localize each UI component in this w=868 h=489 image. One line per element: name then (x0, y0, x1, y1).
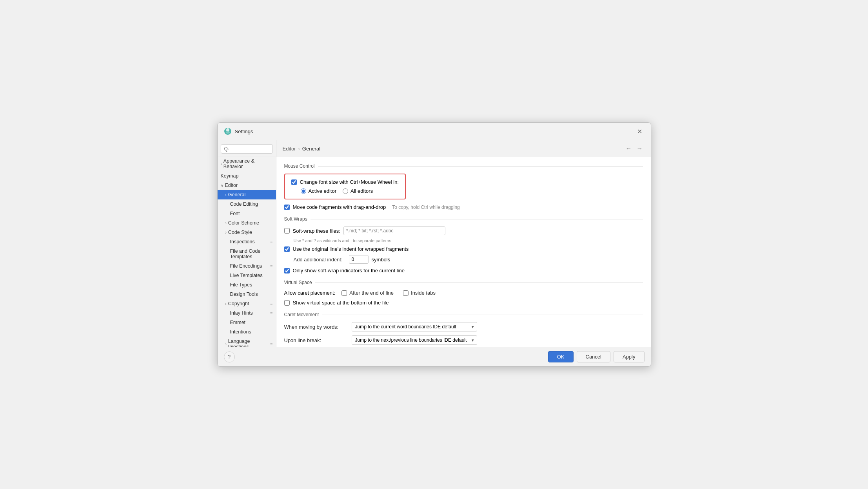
footer-buttons: OK Cancel Apply (548, 351, 645, 362)
chevron-icon: ∨ (221, 183, 223, 188)
sidebar-item-label: File and Code Templates (230, 248, 273, 259)
sidebar-item-label: File Encodings (230, 263, 262, 269)
sidebar-badge: ≡ (270, 311, 272, 315)
sidebar-item-inlay-hints[interactable]: Inlay Hints≡ (218, 308, 276, 318)
sidebar-item-appearance[interactable]: ›Appearance & Behavior (218, 156, 276, 171)
sidebar-item-label: Keymap (221, 173, 239, 179)
sidebar-item-keymap[interactable]: Keymap (218, 171, 276, 181)
sidebar-item-label: Copyright (228, 301, 249, 306)
add-indent-input[interactable]: 0 (349, 255, 369, 264)
chevron-icon: › (225, 230, 227, 235)
show-virtual-checkbox[interactable] (284, 300, 290, 306)
app-icon (224, 127, 232, 135)
sidebar-item-file-types[interactable]: File Types (218, 280, 276, 290)
moving-words-dropdown[interactable]: Jump to the current word boundaries IDE … (352, 322, 477, 331)
sidebar-item-label: Editor (225, 183, 238, 188)
sidebar-item-emmet[interactable]: Emmet (218, 318, 276, 327)
soft-wraps-title: Soft Wraps (284, 216, 643, 222)
sidebar-item-label: File Types (230, 282, 252, 288)
soft-wrap-files-row: Soft-wrap these files: (284, 226, 643, 235)
add-indent-label: Add additional indent: (284, 257, 343, 263)
sidebar-item-file-code-templates[interactable]: File and Code Templates (218, 246, 276, 261)
svg-point-2 (226, 131, 230, 134)
highlighted-box: Change font size with Ctrl+Mouse Wheel i… (284, 174, 406, 199)
line-break-dropdown-wrapper: Jump to the next/previous line boundarie… (352, 335, 477, 345)
sidebar-item-design-tools[interactable]: Design Tools (218, 290, 276, 299)
breadcrumb: Editor › General (283, 146, 321, 152)
active-editor-radio[interactable] (301, 188, 306, 194)
chevron-icon: › (225, 342, 227, 346)
original-indent-label: Use the original line's indent for wrapp… (293, 246, 409, 252)
sidebar-item-label: Emmet (230, 320, 246, 325)
breadcrumb-parent: Editor (283, 146, 296, 152)
search-input[interactable] (221, 144, 273, 154)
moving-words-row: When moving by words: Jump to the curren… (284, 322, 643, 331)
move-code-checkbox[interactable] (284, 205, 290, 210)
soft-wrap-hint: Use * and ? as wildcards and ; to separa… (284, 238, 643, 243)
apply-button[interactable]: Apply (614, 351, 645, 362)
ok-button[interactable]: OK (548, 351, 574, 362)
sidebar: ›Appearance & BehaviorKeymap∨Editor›Gene… (218, 140, 276, 347)
sidebar-item-editor[interactable]: ∨Editor (218, 181, 276, 190)
add-indent-row: Add additional indent: 0 symbols (284, 255, 643, 264)
inside-tabs-option[interactable]: Inside tabs (403, 290, 450, 296)
main-content: Mouse Control Change font size with Ctrl… (276, 157, 651, 347)
sidebar-item-intentions[interactable]: Intentions (218, 327, 276, 337)
active-editor-label: Active editor (309, 188, 337, 194)
move-code-hint: To copy, hold Ctrl while dragging (392, 205, 460, 210)
sidebar-item-file-encodings[interactable]: File Encodings≡ (218, 261, 276, 271)
all-editors-label: All editors (350, 188, 373, 194)
after-end-option[interactable]: After the end of line (341, 290, 394, 296)
sidebar-item-general[interactable]: ›General (218, 190, 276, 199)
dialog-title: Settings (235, 129, 253, 134)
sidebar-item-label: Inspections (230, 239, 255, 244)
sidebar-item-label: Font (230, 211, 240, 216)
all-editors-option[interactable]: All editors (343, 188, 373, 194)
nav-back-button[interactable]: ← (624, 144, 634, 153)
after-end-checkbox[interactable] (341, 290, 347, 296)
all-editors-radio[interactable] (343, 188, 348, 194)
cancel-button[interactable]: Cancel (577, 351, 610, 362)
sidebar-item-label: Color Scheme (228, 220, 259, 226)
line-break-dropdown[interactable]: Jump to the next/previous line boundarie… (352, 335, 477, 345)
close-button[interactable]: ✕ (635, 127, 645, 136)
nav-forward-button[interactable]: → (635, 144, 645, 153)
after-end-label: After the end of line (349, 290, 394, 296)
inside-tabs-label: Inside tabs (411, 290, 436, 296)
mouse-control-section: Mouse Control Change font size with Ctrl… (284, 163, 643, 210)
show-indicators-checkbox[interactable] (284, 268, 290, 273)
sidebar-item-label: Appearance & Behavior (223, 158, 273, 169)
sidebar-item-font[interactable]: Font (218, 209, 276, 218)
footer: ? OK Cancel Apply (218, 347, 651, 366)
original-indent-row: Use the original line's indent for wrapp… (284, 246, 643, 252)
sidebar-badge: ≡ (270, 301, 272, 306)
sidebar-item-copyright[interactable]: ›Copyright≡ (218, 299, 276, 308)
original-indent-checkbox[interactable] (284, 246, 290, 252)
caret-movement-section: Caret Movement When moving by words: Jum… (284, 312, 643, 345)
soft-wrap-input[interactable] (343, 226, 445, 235)
virtual-space-title: Virtual Space (284, 280, 643, 285)
allow-caret-label: Allow caret placement: (284, 290, 336, 296)
sidebar-item-language-injections[interactable]: ›Language Injections≡ (218, 337, 276, 347)
sidebar-item-label: Intentions (230, 329, 251, 335)
show-virtual-row: Show virtual space at the bottom of the … (284, 300, 643, 306)
title-bar: Settings ✕ (218, 123, 651, 140)
sidebar-item-code-style[interactable]: ›Code Style (218, 228, 276, 237)
breadcrumb-current: General (302, 146, 320, 152)
main-panel: Editor › General ← → Mouse Control (276, 140, 651, 347)
content-area: ›Appearance & BehaviorKeymap∨Editor›Gene… (218, 140, 651, 347)
soft-wrap-checkbox[interactable] (284, 228, 290, 234)
sidebar-item-color-scheme[interactable]: ›Color Scheme (218, 218, 276, 228)
show-indicators-label: Only show soft-wrap indicators for the c… (293, 268, 405, 273)
soft-wraps-section: Soft Wraps Soft-wrap these files: Use * … (284, 216, 643, 273)
sidebar-item-code-editing[interactable]: Code Editing (218, 199, 276, 209)
help-button[interactable]: ? (224, 351, 235, 362)
sidebar-item-inspections[interactable]: Inspections≡ (218, 237, 276, 246)
active-editor-option[interactable]: Active editor (301, 188, 337, 194)
inside-tabs-checkbox[interactable] (403, 290, 409, 296)
soft-wrap-label: Soft-wrap these files: (293, 228, 340, 234)
change-font-size-checkbox[interactable] (291, 179, 297, 185)
change-font-row: Change font size with Ctrl+Mouse Wheel i… (291, 179, 399, 185)
sidebar-badge: ≡ (270, 264, 272, 268)
sidebar-item-live-templates[interactable]: Live Templates (218, 271, 276, 280)
